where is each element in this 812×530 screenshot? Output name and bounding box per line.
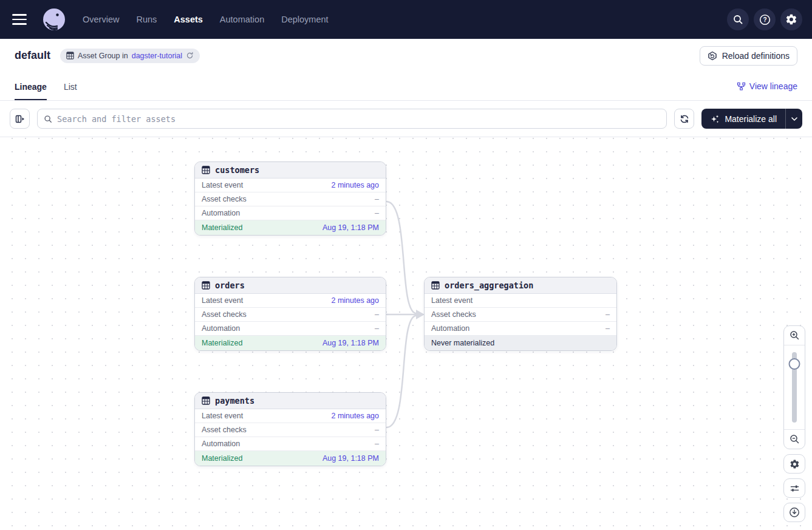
lineage-graph-icon — [737, 82, 746, 91]
sparkle-icon — [710, 114, 720, 124]
asset-card-header: payments — [195, 393, 386, 409]
badge-text: Asset Group in — [78, 52, 128, 60]
asset-row-automation: Automation– — [195, 437, 386, 451]
asset-node-orders[interactable]: orders Latest event2 minutes ago Asset c… — [194, 277, 386, 351]
zoom-out-button[interactable] — [784, 429, 805, 449]
zoom-control — [783, 325, 805, 449]
asset-row-asset-checks: Asset checks– — [195, 423, 386, 437]
tab-lineage[interactable]: Lineage — [15, 72, 47, 100]
zoom-in-button[interactable] — [784, 326, 805, 345]
asset-row-automation: Automation– — [425, 322, 616, 336]
asset-name: orders — [215, 280, 245, 290]
table-asset-icon — [202, 166, 210, 174]
settings-gear-icon[interactable] — [780, 8, 802, 30]
asset-status-row: MaterializedAug 19, 1:18 PM — [195, 336, 386, 350]
dagster-logo-icon[interactable] — [43, 8, 66, 31]
zoom-slider-handle[interactable] — [789, 358, 800, 370]
asset-name: orders_aggregation — [445, 280, 533, 290]
refresh-button[interactable] — [674, 109, 694, 129]
asset-search-box — [37, 109, 667, 129]
materialize-options-caret[interactable] — [785, 109, 802, 129]
asset-row-automation: Automation– — [195, 206, 386, 220]
search-magnifier-icon — [44, 115, 52, 123]
asset-name: customers — [215, 165, 259, 175]
svg-text:?: ? — [763, 16, 766, 23]
asset-card-header: orders_aggregation — [425, 277, 616, 294]
search-input[interactable] — [57, 114, 660, 124]
table-asset-icon — [431, 281, 440, 290]
asset-status-row: Never materialized — [425, 336, 616, 350]
nav-links: Overview Runs Assets Automation Deployme… — [83, 15, 329, 24]
refresh-small-icon[interactable] — [186, 52, 194, 59]
asset-node-customers[interactable]: customers Latest event2 minutes ago Asse… — [194, 161, 386, 236]
nav-item-runs[interactable]: Runs — [136, 15, 157, 24]
expand-sidebar-button[interactable] — [10, 109, 30, 129]
asset-group-badge: Asset Group in dagster-tutorial — [60, 49, 200, 63]
nav-item-deployment[interactable]: Deployment — [281, 15, 328, 24]
asset-row-asset-checks: Asset checks– — [195, 192, 386, 206]
top-nav: Overview Runs Assets Automation Deployme… — [0, 0, 812, 39]
tab-list[interactable]: List — [64, 72, 77, 100]
code-location-link[interactable]: dagster-tutorial — [132, 52, 182, 60]
materialize-all-label: Materialize all — [725, 114, 777, 124]
menu-icon[interactable] — [12, 8, 34, 30]
code-location-reload-icon — [708, 51, 717, 61]
help-icon[interactable]: ? — [754, 8, 776, 30]
asset-row-automation: Automation– — [195, 322, 386, 336]
asset-row-latest-event: Latest event2 minutes ago — [195, 409, 386, 423]
asset-row-asset-checks: Asset checks– — [195, 308, 386, 322]
asset-row-latest-event: Latest event2 minutes ago — [195, 294, 386, 308]
nav-item-assets[interactable]: Assets — [174, 15, 203, 24]
materialize-all-group: Materialize all — [701, 109, 802, 129]
asset-node-payments[interactable]: payments Latest event2 minutes ago Asset… — [194, 392, 386, 466]
search-icon[interactable] — [727, 8, 749, 30]
reload-definitions-button[interactable]: Reload definitions — [700, 46, 797, 66]
nav-item-automation[interactable]: Automation — [220, 15, 264, 24]
download-button[interactable] — [783, 503, 805, 522]
asset-card-header: orders — [195, 277, 386, 294]
view-lineage-label: View lineage — [749, 81, 797, 91]
edge-arrowhead — [416, 310, 425, 319]
nav-item-overview[interactable]: Overview — [83, 15, 119, 24]
table-grid-icon — [66, 52, 74, 59]
zoom-slider-track[interactable] — [784, 345, 805, 429]
asset-node-orders-aggregation[interactable]: orders_aggregation Latest event Asset ch… — [424, 277, 617, 351]
lineage-graph-canvas[interactable]: customers Latest event2 minutes ago Asse… — [0, 137, 812, 529]
tabs-bar: Lineage List View lineage — [0, 72, 812, 101]
asset-status-row: MaterializedAug 19, 1:18 PM — [195, 451, 386, 466]
asset-row-latest-event: Latest event2 minutes ago — [195, 178, 386, 192]
reload-definitions-label: Reload definitions — [722, 51, 790, 61]
page-header: default Asset Group in dagster-tutorial … — [0, 39, 812, 72]
graph-filters-button[interactable] — [783, 478, 805, 498]
lineage-edges — [0, 137, 812, 529]
asset-card-header: customers — [195, 162, 386, 178]
table-asset-icon — [202, 281, 210, 290]
edge-payments-to-aggregation — [387, 316, 415, 427]
table-asset-icon — [202, 396, 210, 405]
asset-row-latest-event: Latest event — [425, 294, 616, 308]
edge-customers-to-aggregation — [387, 202, 415, 313]
asset-row-asset-checks: Asset checks– — [425, 308, 616, 322]
materialize-all-button[interactable]: Materialize all — [701, 109, 785, 129]
page-title: default — [15, 49, 50, 62]
graph-settings-button[interactable] — [783, 454, 805, 474]
graph-toolbar: Materialize all — [0, 101, 812, 137]
view-lineage-link[interactable]: View lineage — [737, 72, 797, 100]
asset-status-row: MaterializedAug 19, 1:18 PM — [195, 220, 386, 235]
asset-name: payments — [215, 396, 254, 406]
